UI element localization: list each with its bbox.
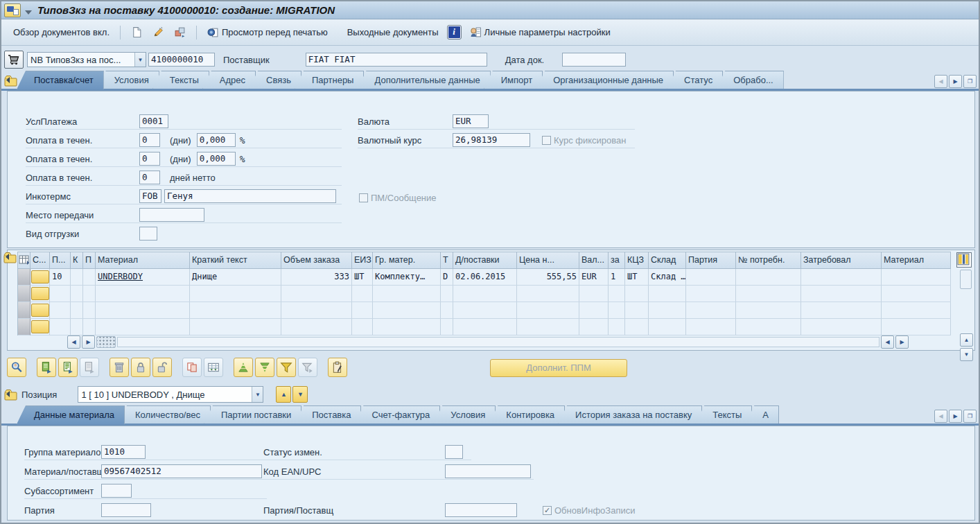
col-header[interactable]: Гр. матер. [373,252,441,269]
scroll-up-icon[interactable]: ▲ [960,333,973,347]
transfer-point-field[interactable] [139,208,204,222]
days-field-1[interactable]: 0 [139,133,160,147]
fixed-rate-checkbox[interactable] [542,136,551,145]
col-header[interactable]: за [609,252,625,269]
empty-cell[interactable] [96,319,190,335]
column-config-button[interactable] [956,252,972,268]
empty-cell[interactable] [190,302,281,319]
col-header[interactable]: Вал... [579,252,609,269]
cart-icon[interactable] [4,51,24,69]
col-header[interactable]: К [71,252,83,269]
cell-t[interactable]: D [441,269,453,286]
item-select-button[interactable] [31,287,49,300]
item-select-button[interactable] [31,304,49,317]
empty-cell[interactable] [517,319,579,335]
tab-import[interactable]: Импорт [484,71,543,89]
pct-field-2[interactable]: 0,000 [197,152,236,166]
find-item-button[interactable] [7,358,26,377]
empty-cell[interactable] [352,286,373,302]
pct-field-1[interactable]: 0,000 [197,133,236,147]
doc-number-field[interactable]: 4100000010 [148,53,215,67]
col-header[interactable]: ЕИЗ [352,252,373,269]
tab-item-conditions[interactable]: Условия [433,405,496,424]
tab-item-texts[interactable]: Тексты [695,405,752,424]
empty-cell[interactable] [373,286,441,302]
cell-short-text[interactable]: Днище [190,269,281,286]
change-document-button[interactable] [148,24,169,41]
empty-cell[interactable] [882,302,951,319]
tab-status[interactable]: Статус [667,71,723,89]
empty-cell[interactable] [686,319,736,335]
empty-cell[interactable] [579,286,609,302]
tab-communication[interactable]: Связь [249,71,301,89]
tab-partners[interactable]: Партнеры [295,71,364,89]
empty-cell[interactable] [517,302,579,319]
empty-cell[interactable] [190,286,281,302]
scroll-grip[interactable] [96,336,116,348]
empty-cell[interactable] [736,302,801,319]
cell-unit[interactable]: ШТ [352,269,373,286]
scroll-left-icon[interactable]: ◀ [881,335,894,349]
sort-asc-button[interactable] [234,358,253,377]
empty-cell[interactable] [453,302,517,319]
empty-cell[interactable] [281,319,352,335]
col-header[interactable]: Партия [686,252,736,269]
doc-date-field[interactable] [562,53,626,67]
days-field-3[interactable]: 0 [139,171,160,184]
incoterms-text-field[interactable]: Генуя [164,189,336,203]
cell-pos[interactable]: 10 [50,269,71,286]
collapse-table-icon[interactable] [3,252,17,263]
tab-scroll-right-icon[interactable]: ▶ [949,75,962,88]
currency-field[interactable]: EUR [453,114,489,128]
empty-cell[interactable] [50,286,71,302]
pm-message-checkbox[interactable] [359,193,368,202]
item-select-button[interactable] [31,270,49,283]
empty-cell[interactable] [686,286,736,302]
cell-req-no[interactable] [736,269,801,286]
vendor-material-field[interactable]: 09567402512 [101,464,262,478]
empty-cell[interactable] [441,286,453,302]
subrange-field[interactable] [101,484,132,498]
empty-cell[interactable] [281,286,352,302]
empty-cell[interactable] [373,302,441,319]
delete-item-button[interactable] [110,358,129,377]
empty-cell[interactable] [736,286,801,302]
empty-cell[interactable] [352,302,373,319]
collapse-header-icon[interactable] [4,75,17,87]
row-selector[interactable] [18,302,30,319]
col-header[interactable]: Затребовал [801,252,882,269]
scroll-right-icon[interactable]: ▶ [895,335,909,349]
ean-field[interactable] [445,464,531,478]
unlock-item-button[interactable] [152,358,172,377]
cell-material-group[interactable]: Комплекту… [373,269,441,286]
tab-address[interactable]: Адрес [202,71,256,89]
exchange-rate-field[interactable]: 26,98139 [453,133,530,147]
cell-material2[interactable] [882,269,951,286]
col-header[interactable]: П... [50,252,71,269]
empty-cell[interactable] [609,302,625,319]
previous-item-button[interactable]: ▲ [276,386,291,403]
incoterms-code-field[interactable]: FOB [139,189,161,203]
col-header[interactable]: Краткий текст [190,252,281,269]
next-item-button[interactable]: ▼ [292,386,308,403]
cell-delivery-date[interactable]: 02.06.2015 [453,269,517,286]
collapse-item-icon[interactable] [4,389,17,401]
col-header[interactable]: С... [30,252,50,269]
tab-po-history[interactable]: История заказа на поставку [558,405,702,424]
empty-cell[interactable] [453,286,517,302]
cell-storage[interactable]: Склад … [649,269,686,286]
empty-cell[interactable] [83,319,96,335]
cell-currency[interactable]: EUR [579,269,609,286]
copy-item-button[interactable] [37,358,56,377]
empty-cell[interactable] [441,319,453,335]
tab-scroll-left-icon[interactable]: ◀ [934,410,947,423]
tab-scroll-left-icon[interactable]: ◀ [934,75,947,88]
vendor-batch-field[interactable] [445,503,517,517]
tab-processing[interactable]: Обрабо... [716,71,784,89]
tab-texts[interactable]: Тексты [152,71,209,89]
position-combobox[interactable]: 1 [ 10 ] UNDERBODY , Днище ▼ [78,386,263,403]
vscroll-thumb[interactable] [960,270,972,289]
empty-cell[interactable] [71,286,83,302]
window-menu-caret[interactable] [25,10,32,15]
notes-button[interactable] [328,358,347,377]
